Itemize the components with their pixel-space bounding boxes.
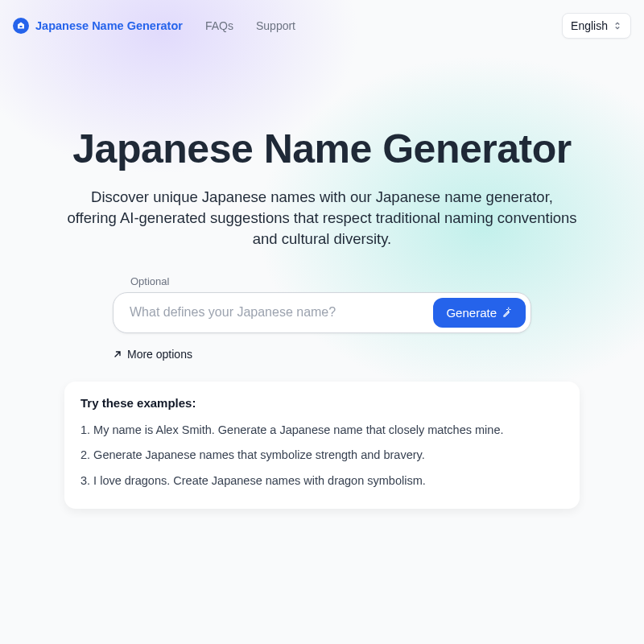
brand-text: Japanese Name Generator [35, 19, 183, 32]
chevron-up-down-icon [613, 21, 622, 31]
prompt-input[interactable] [130, 305, 423, 320]
more-options-label: More options [127, 348, 192, 361]
generate-button-label: Generate [446, 306, 497, 320]
examples-title: Try these examples: [80, 396, 564, 410]
page-subtitle: Discover unique Japanese names with our … [64, 187, 580, 250]
wand-icon [502, 307, 513, 318]
nav-link-faqs[interactable]: FAQs [205, 19, 233, 32]
optional-label: Optional [130, 275, 580, 287]
nav-links: FAQs Support [205, 19, 295, 32]
example-item[interactable]: 3. I love dragons. Create Japanese names… [80, 469, 564, 494]
examples-card: Try these examples: 1. My name is Alex S… [64, 382, 580, 509]
arrow-up-right-icon [113, 349, 122, 359]
language-selector[interactable]: English [562, 13, 631, 39]
page-title: Japanese Name Generator [64, 126, 580, 172]
brand-logo-icon [13, 18, 29, 34]
main-content: Japanese Name Generator Discover unique … [32, 126, 612, 509]
prompt-input-container: Generate [113, 292, 531, 333]
example-item[interactable]: 1. My name is Alex Smith. Generate a Jap… [80, 418, 564, 444]
generate-button[interactable]: Generate [433, 298, 526, 328]
navbar: Japanese Name Generator FAQs Support Eng… [0, 0, 644, 52]
more-options-toggle[interactable]: More options [113, 348, 192, 361]
example-item[interactable]: 2. Generate Japanese names that symboliz… [80, 443, 564, 469]
nav-link-support[interactable]: Support [256, 19, 295, 32]
brand-link[interactable]: Japanese Name Generator [13, 18, 183, 34]
language-label: English [571, 19, 608, 32]
